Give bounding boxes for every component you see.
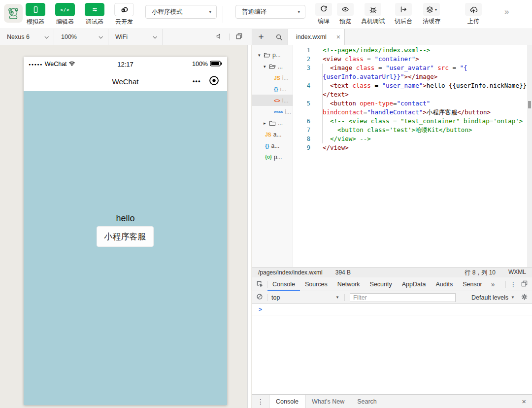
- inspect-icon[interactable]: [252, 280, 267, 288]
- tree-item-label: i...: [285, 108, 291, 115]
- drawer-tab-search[interactable]: Search: [351, 395, 383, 408]
- devtools-tab-network[interactable]: Network: [332, 277, 365, 291]
- more-dots-icon[interactable]: •••: [193, 78, 201, 85]
- devtools-tab-appdata[interactable]: AppData: [397, 277, 431, 291]
- target-icon[interactable]: [209, 75, 219, 87]
- search-icon[interactable]: [270, 29, 288, 45]
- devtools-tab-console[interactable]: Console: [267, 277, 300, 291]
- devtools-tab-bar: ConsoleSourcesNetworkSecurityAppDataAudi…: [252, 277, 532, 291]
- tree-item[interactable]: wxssi...: [252, 106, 293, 117]
- chevron-double-right-icon[interactable]: »: [488, 280, 497, 288]
- editor-scrollbar-thumb[interactable]: [528, 101, 531, 108]
- mode-select[interactable]: 小程序模式 ▾: [145, 5, 217, 19]
- drawer-tab-what-s-new[interactable]: What's New: [305, 395, 351, 408]
- action-label: 切后台: [395, 17, 412, 26]
- search-icon: [275, 34, 283, 41]
- caret-right-icon[interactable]: ▸: [264, 121, 269, 126]
- code-line[interactable]: 9</view>: [294, 143, 532, 152]
- simulator-scrollbar[interactable]: [247, 45, 251, 408]
- tab-index-wxml[interactable]: index.wxml ×: [288, 29, 345, 45]
- code-line[interactable]: </text>: [294, 90, 532, 99]
- panel-toggle-button[interactable]: </>编辑器: [55, 3, 75, 26]
- language-mode[interactable]: WXML: [508, 269, 526, 277]
- console-filter-input[interactable]: [350, 293, 456, 302]
- toolbar-actions: 编译预览真机调试切后台▾清缓存上传: [313, 3, 487, 26]
- action-bug[interactable]: 真机调试: [356, 3, 390, 26]
- code-line[interactable]: 3 <image class = "user_avatar" src = "{: [294, 64, 532, 72]
- kebab-menu-icon[interactable]: ⋮: [252, 395, 269, 408]
- code-line[interactable]: 1<!--pages/index/index.wxml-->: [294, 46, 532, 55]
- new-tab-button[interactable]: +: [252, 29, 270, 45]
- close-icon[interactable]: ×: [336, 34, 340, 40]
- tree-item-label: i...: [280, 86, 287, 93]
- panel-toggle-button[interactable]: 调试器: [85, 3, 104, 26]
- panel-toggle-button[interactable]: 模拟器: [26, 3, 45, 26]
- cloud-dev-label: 云开发: [115, 18, 133, 26]
- code-line[interactable]: 7 <button class='test'>哈喽Kit</button>: [294, 126, 532, 135]
- tree-item[interactable]: {}i...: [252, 83, 293, 95]
- dock-window-icon[interactable]: [235, 33, 243, 41]
- console-prompt-row[interactable]: >: [252, 304, 532, 315]
- devtools-tab-audits[interactable]: Audits: [431, 277, 458, 291]
- panel-toggle-label: 模拟器: [27, 18, 44, 26]
- tab-label: index.wxml: [296, 34, 327, 40]
- code-line[interactable]: 8 </view> -->: [294, 135, 532, 143]
- tree-item[interactable]: ▾...: [252, 61, 293, 72]
- devtools-tab-security[interactable]: Security: [365, 277, 397, 291]
- clear-console-icon[interactable]: [256, 293, 263, 302]
- device-select[interactable]: Nexus 6: [0, 29, 54, 45]
- code-token: class: [345, 55, 364, 63]
- code-line[interactable]: 6 <!-- <view class = "test_container" bi…: [294, 117, 532, 126]
- code-line[interactable]: 5 <button open-type="contact": [294, 99, 532, 108]
- mode-select-value: 小程序模式: [152, 8, 183, 16]
- background-icon: [395, 3, 412, 16]
- tree-item[interactable]: {}a...: [252, 140, 293, 151]
- mute-icon[interactable]: [216, 33, 223, 41]
- tree-item[interactable]: JSa...: [252, 129, 293, 140]
- contact-service-button[interactable]: 小程序客服: [97, 226, 154, 247]
- zoom-select[interactable]: 100%: [54, 29, 108, 45]
- code-line[interactable]: 4 <text class = "user_name">hello {{user…: [294, 81, 532, 90]
- action-label: 预览: [339, 17, 351, 26]
- tree-item[interactable]: JSi...: [252, 72, 293, 83]
- action-upload[interactable]: 上传: [460, 3, 487, 26]
- devtools-tab-sensor[interactable]: Sensor: [458, 277, 487, 291]
- devtools-panel: ConsoleSourcesNetworkSecurityAppDataAudi…: [252, 277, 532, 408]
- file-size: 394 B: [335, 269, 351, 276]
- context-select[interactable]: top ▼: [271, 294, 344, 301]
- editor-scrollbar[interactable]: [527, 45, 532, 267]
- compile-mode-select[interactable]: 普通编译 ▾: [235, 5, 305, 19]
- close-icon[interactable]: ×: [516, 395, 532, 408]
- tree-item[interactable]: {o}p...: [252, 151, 293, 163]
- miniprogram-page: hello 小程序客服: [24, 91, 227, 405]
- action-refresh[interactable]: 编译: [313, 3, 334, 26]
- cloud-dev-button[interactable]: 云开发: [114, 3, 134, 26]
- layers-icon: ▾: [423, 3, 440, 16]
- kebab-menu-icon[interactable]: ⋮: [510, 280, 517, 288]
- tree-item[interactable]: ▸...: [252, 117, 293, 129]
- code-line[interactable]: 2<view class = "container">: [294, 55, 532, 64]
- code-token: src: [437, 64, 449, 71]
- main-area: ●●●●● WeChat 12:17 100% WeChat •••: [0, 45, 532, 408]
- drawer-tab-console[interactable]: Console: [269, 395, 305, 408]
- tree-item[interactable]: <>i...: [252, 95, 293, 106]
- caret-down-icon[interactable]: ▾: [258, 53, 264, 58]
- toolbar-overflow-button[interactable]: »: [504, 7, 508, 17]
- network-select[interactable]: WiFi: [108, 29, 163, 45]
- caret-down-icon: ▼: [511, 295, 515, 300]
- action-eye[interactable]: 预览: [334, 3, 356, 26]
- code-line[interactable]: bindcontact="handleContact">小程序客服</butto…: [294, 108, 532, 117]
- dock-window-icon[interactable]: [521, 280, 528, 289]
- compile-select-value: 普通编译: [242, 8, 266, 16]
- eye-icon: [337, 3, 354, 16]
- action-layers[interactable]: ▾清缓存: [417, 3, 446, 26]
- gear-icon[interactable]: [521, 293, 528, 302]
- devtools-tab-sources[interactable]: Sources: [300, 277, 332, 291]
- console-output[interactable]: >: [252, 304, 532, 394]
- code-line[interactable]: {userInfo.avatarUrl}}"></image>: [294, 72, 532, 81]
- tree-item[interactable]: ▾p...: [252, 49, 293, 61]
- caret-down-icon[interactable]: ▾: [264, 64, 269, 69]
- log-levels-select[interactable]: Default levels ▼: [471, 294, 515, 301]
- code-editor[interactable]: 1<!--pages/index/index.wxml-->2<view cla…: [294, 45, 532, 267]
- action-background[interactable]: 切后台: [390, 3, 417, 26]
